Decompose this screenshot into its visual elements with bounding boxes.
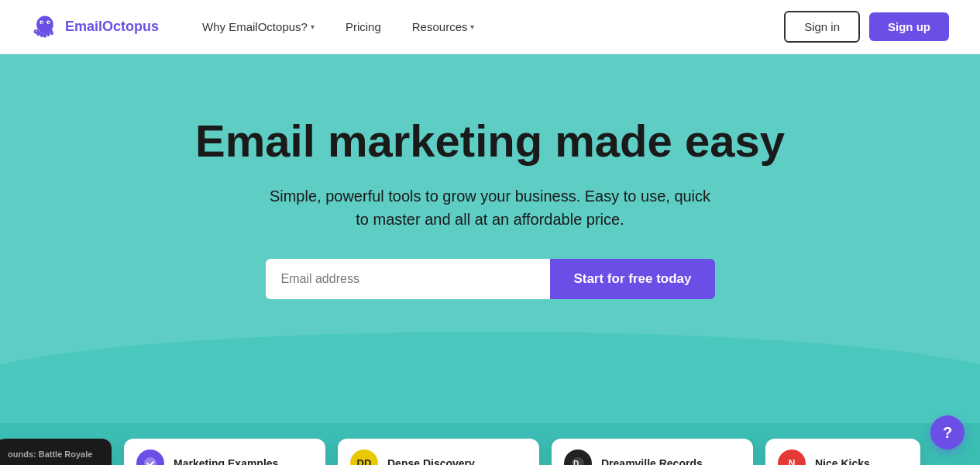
card-dense-discovery: DD Dense Discovery We're driving faster … [338,439,539,465]
logo-link[interactable]: EmailOctopus [31,13,159,41]
card-dreamville-title: Dreamville Records [601,457,703,465]
svg-point-4 [48,22,50,23]
start-free-button[interactable]: Start for free today [550,259,714,299]
card-nicekicks-title: Nice Kicks [815,457,870,465]
hero-inner: Email marketing made easy Simple, powerf… [15,116,965,299]
chevron-down-icon: ▾ [311,22,315,31]
navbar: EmailOctopus Why EmailOctopus? ▾ Pricing… [0,0,980,54]
nav-actions: Sign in Sign up [784,11,949,43]
nav-links: Why EmailOctopus? ▾ Pricing Resources ▾ [190,14,784,40]
card-dreamville-records: D Dreamville Records Dreamville NEWS ART… [552,439,753,465]
card-nicekicks-header: N Nice Kicks [765,439,920,465]
hero-section: Email marketing made easy Simple, powerf… [0,54,980,423]
nav-pricing[interactable]: Pricing [333,14,394,40]
nicekicks-logo-icon: N [778,450,806,465]
signin-button[interactable]: Sign in [784,11,860,43]
hero-headline: Email marketing made easy [15,116,965,166]
cards-row: ounds: Battle Royale BOMBEROUNDS Marketi… [0,439,980,465]
card-marketing-examples: Marketing Examples #049 - My guide to co… [124,439,325,465]
nav-why-emailoctopus[interactable]: Why EmailOctopus? ▾ [190,14,327,40]
signup-button[interactable]: Sign up [869,12,949,41]
card-battle-royale-title: ounds: Battle Royale [8,450,92,459]
card-marketing-title: Marketing Examples [174,457,278,465]
logo-icon [31,13,59,41]
marketing-logo [136,450,164,465]
card-marketing-header: Marketing Examples [124,439,325,465]
card-battle-royale: ounds: Battle Royale BOMBEROUNDS [0,439,112,465]
dreamville-logo-icon: D [564,450,592,465]
card-dense-title: Dense Discovery [387,457,475,465]
logo-text: EmailOctopus [65,19,159,35]
hero-form: Start for free today [266,259,715,299]
card-dense-header: DD Dense Discovery [338,439,539,465]
nav-resources[interactable]: Resources ▾ [400,14,487,40]
svg-point-3 [41,22,43,23]
cards-section: ounds: Battle Royale BOMBEROUNDS Marketi… [0,423,980,465]
hero-subheadline: Simple, powerful tools to grow your busi… [266,184,715,231]
email-input[interactable] [266,259,551,299]
svg-text:D: D [573,460,579,465]
card-dreamville-header: D Dreamville Records [552,439,753,465]
help-button[interactable]: ? [930,415,965,450]
chevron-down-icon-resources: ▾ [470,22,474,31]
card-nice-kicks: N Nice Kicks Nice Kic [765,439,920,465]
dense-logo: DD [350,450,378,465]
